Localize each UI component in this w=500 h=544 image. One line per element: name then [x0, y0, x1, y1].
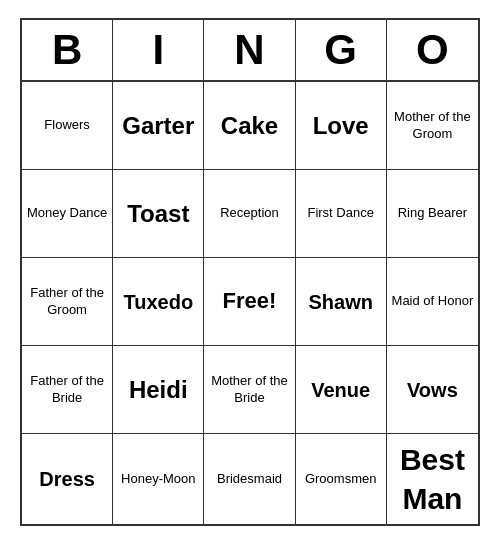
header-letter: I: [113, 20, 204, 80]
header-letter: N: [204, 20, 295, 80]
cell-text: Bridesmaid: [217, 471, 282, 488]
bingo-cell: Bridesmaid: [204, 434, 295, 524]
cell-text: Reception: [220, 205, 279, 222]
bingo-cell: Honey-Moon: [113, 434, 204, 524]
bingo-cell: Venue: [296, 346, 387, 434]
bingo-cell: Toast: [113, 170, 204, 258]
bingo-cell: Free!: [204, 258, 295, 346]
header-letter: B: [22, 20, 113, 80]
cell-text: Free!: [223, 287, 277, 316]
cell-text: Heidi: [129, 374, 188, 405]
bingo-cell: Groomsmen: [296, 434, 387, 524]
bingo-cell: Heidi: [113, 346, 204, 434]
cell-text: Dress: [39, 466, 95, 492]
cell-text: Venue: [311, 377, 370, 403]
bingo-card: BINGO FlowersGarterCakeLoveMother of the…: [20, 18, 480, 526]
bingo-cell: Maid of Honor: [387, 258, 478, 346]
cell-text: Cake: [221, 110, 278, 141]
cell-text: Father of the Groom: [26, 285, 108, 319]
bingo-cell: Shawn: [296, 258, 387, 346]
bingo-cell: Money Dance: [22, 170, 113, 258]
cell-text: Flowers: [44, 117, 90, 134]
bingo-cell: Mother of the Bride: [204, 346, 295, 434]
bingo-cell: Reception: [204, 170, 295, 258]
bingo-cell: Garter: [113, 82, 204, 170]
cell-text: Tuxedo: [123, 289, 193, 315]
cell-text: Best Man: [391, 440, 474, 518]
cell-text: Garter: [122, 110, 194, 141]
bingo-cell: Mother of the Groom: [387, 82, 478, 170]
cell-text: First Dance: [307, 205, 373, 222]
bingo-cell: Father of the Bride: [22, 346, 113, 434]
bingo-cell: First Dance: [296, 170, 387, 258]
bingo-cell: Tuxedo: [113, 258, 204, 346]
cell-text: Money Dance: [27, 205, 107, 222]
bingo-cell: Love: [296, 82, 387, 170]
cell-text: Father of the Bride: [26, 373, 108, 407]
bingo-cell: Best Man: [387, 434, 478, 524]
cell-text: Groomsmen: [305, 471, 377, 488]
bingo-cell: Cake: [204, 82, 295, 170]
cell-text: Love: [313, 110, 369, 141]
bingo-cell: Dress: [22, 434, 113, 524]
header-letter: G: [296, 20, 387, 80]
bingo-cell: Ring Bearer: [387, 170, 478, 258]
cell-text: Vows: [407, 377, 458, 403]
cell-text: Mother of the Bride: [208, 373, 290, 407]
cell-text: Mother of the Groom: [391, 109, 474, 143]
cell-text: Ring Bearer: [398, 205, 467, 222]
cell-text: Toast: [127, 198, 189, 229]
cell-text: Honey-Moon: [121, 471, 195, 488]
bingo-grid: FlowersGarterCakeLoveMother of the Groom…: [22, 82, 478, 524]
bingo-cell: Vows: [387, 346, 478, 434]
bingo-header: BINGO: [22, 20, 478, 82]
header-letter: O: [387, 20, 478, 80]
bingo-cell: Father of the Groom: [22, 258, 113, 346]
cell-text: Shawn: [308, 289, 372, 315]
cell-text: Maid of Honor: [392, 293, 474, 310]
bingo-cell: Flowers: [22, 82, 113, 170]
